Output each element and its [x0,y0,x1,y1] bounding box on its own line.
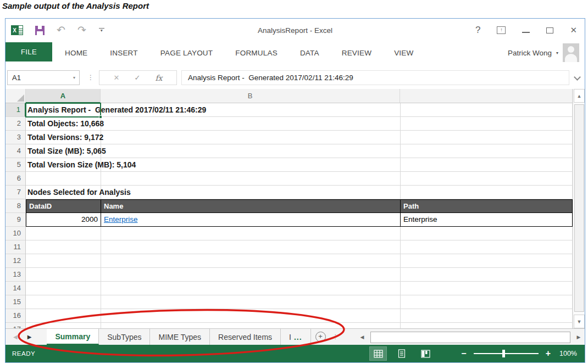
normal-view-icon[interactable] [370,347,386,360]
row-header-14[interactable]: 14 [5,282,25,295]
row-header-15[interactable]: 15 [5,295,25,309]
vertical-scrollbar[interactable]: ▲ ▼ [573,89,585,328]
column-header-rest[interactable] [400,89,573,103]
save-icon[interactable] [35,26,45,35]
row-header-3[interactable]: 3 [5,131,25,144]
row-header-8[interactable]: 8 [5,199,25,213]
fill-handle[interactable] [99,115,102,119]
ribbon-tab-view[interactable]: VIEW [394,49,413,57]
horizontal-scrollbar[interactable]: ◀ ▶ [356,331,585,344]
cancel-icon[interactable]: ✕ [114,74,120,82]
ribbon-tab-data[interactable]: DATA [300,49,319,57]
row-header-11[interactable]: 11 [5,240,25,254]
row-header-7[interactable]: 7 [5,186,25,199]
zoom-out-icon[interactable]: − [461,349,466,359]
table-header-dataid[interactable]: DataID [26,199,101,213]
row-header-1[interactable]: 1 [5,103,26,117]
table-header-name[interactable]: Name [101,199,400,213]
scroll-down-icon[interactable]: ▼ [574,315,585,328]
account-name: Patrick Wong [508,49,552,57]
account-area[interactable]: Patrick Wong ▾ [508,43,579,63]
row-header-5[interactable]: 5 [5,158,25,172]
sheet-tab-summary[interactable]: Summary [47,329,99,345]
next-sheet-icon[interactable]: ▶ [27,334,32,340]
excel-window: X ↶ ↷ ▾ AnalysisReport - Excel ? ↑ ✕ FIL… [5,18,585,363]
scroll-right-icon[interactable]: ▶ [573,331,585,343]
enter-icon[interactable]: ✓ [134,74,140,82]
cell-a2[interactable]: Total Objects: 10,668 [27,117,104,131]
sheet-tab-subtypes[interactable]: SubTypes [99,329,150,345]
row-header-16[interactable]: 16 [5,309,25,323]
sheet-tab-label: Reserved Items [218,333,272,341]
table-cell-name[interactable]: Enterprise [101,213,400,227]
page-layout-view-icon[interactable] [393,347,410,360]
ribbon-tab-home[interactable]: HOME [65,49,87,57]
redo-icon[interactable]: ↷ [77,25,86,35]
ribbon-tab-row: FILE HOMEINSERTPAGE LAYOUTFORMULASDATARE… [5,42,585,67]
table-cell-dataid[interactable]: 2000 [26,213,101,227]
row-header-6[interactable]: 6 [5,172,25,186]
row-header-4[interactable]: 4 [5,144,25,158]
column-header-a[interactable]: A [26,89,101,103]
row-header-17[interactable]: 17 [5,323,25,328]
close-icon[interactable]: ✕ [570,25,577,35]
insert-function-icon[interactable]: fx [155,74,162,82]
ribbon-tab-page-layout[interactable]: PAGE LAYOUT [160,49,213,57]
cell-a7[interactable]: Nodes Selected for Analysis [27,186,131,199]
formula-bar-splitter[interactable]: ⋮ [87,74,94,81]
ribbon-tab-insert[interactable]: INSERT [110,49,137,57]
cell-a5[interactable]: Total Version Size (MB): 5,104 [27,158,136,172]
more-tabs-ellipsis: ... [294,333,302,341]
row-header-9[interactable]: 9 [5,213,25,227]
cell-a3[interactable]: Total Versions: 9,172 [27,131,103,144]
zoom-slider[interactable] [474,353,539,354]
column-header-b[interactable]: B [101,89,400,103]
row-header-12[interactable]: 12 [5,254,25,268]
window-controls: ? ↑ ✕ [475,19,577,42]
scroll-left-icon[interactable]: ◀ [356,331,368,343]
expand-formula-bar-icon[interactable] [574,74,581,81]
sheet-tab-label: I [289,333,291,341]
tabbar-splitter[interactable]: ⋮ [332,333,339,340]
ribbon-tab-review[interactable]: REVIEW [342,49,371,57]
page-break-preview-icon[interactable] [417,347,434,360]
horizontal-scroll-thumb[interactable] [370,332,570,343]
ribbon-tabs: HOMEINSERTPAGE LAYOUTFORMULASDATAREVIEWV… [65,42,413,64]
row-header-2[interactable]: 2 [5,117,25,131]
sheet-nav: ◀ ▶ [5,329,31,345]
status-bar: READY − + 100% [5,345,585,362]
ribbon-tab-formulas[interactable]: FORMULAS [235,49,278,57]
row-header-10[interactable]: 10 [5,227,25,240]
zoom-level[interactable]: 100% [559,350,577,357]
new-sheet-icon[interactable]: + [315,332,326,342]
row-header-13[interactable]: 13 [5,268,25,282]
undo-icon[interactable]: ↶ [57,25,65,35]
help-icon[interactable]: ? [475,25,480,36]
customize-qat-icon[interactable]: ▾ [98,28,105,32]
minimize-icon[interactable] [522,32,530,33]
zoom-slider-thumb[interactable] [502,350,505,357]
scroll-up-icon[interactable]: ▲ [574,89,585,103]
maximize-icon[interactable] [546,27,553,33]
zoom-in-icon[interactable]: + [546,349,551,359]
name-box-value: A1 [12,74,21,82]
quick-access-toolbar: X ↶ ↷ ▾ [11,19,105,42]
formula-input[interactable]: Analysis Report - Generated 2017/02/11 2… [181,70,569,85]
ribbon-display-options-icon[interactable]: ↑ [497,26,506,34]
table-header-path[interactable]: Path [400,199,573,213]
excel-app-icon[interactable]: X [11,25,23,35]
vertical-scroll-thumb[interactable] [574,104,584,312]
name-box[interactable]: A1 ▾ [7,70,80,85]
tab-file[interactable]: FILE [5,42,52,61]
active-cell-selection [25,103,101,117]
sheet-tab-mime-types[interactable]: MIME Types [150,329,210,345]
sheet-tab-i[interactable]: I... [281,329,311,345]
select-all-corner[interactable] [5,89,26,103]
prev-sheet-icon[interactable]: ◀ [13,334,18,340]
cell-a4[interactable]: Total Size (MB): 5,065 [27,144,106,158]
enterprise-link[interactable]: Enterprise [104,215,138,223]
avatar[interactable] [563,43,579,62]
page-caption: Sample output of the Analysis Report [2,1,149,10]
sheet-tab-reserved-items[interactable]: Reserved Items [210,329,281,345]
table-cell-path[interactable]: Enterprise [400,213,573,227]
